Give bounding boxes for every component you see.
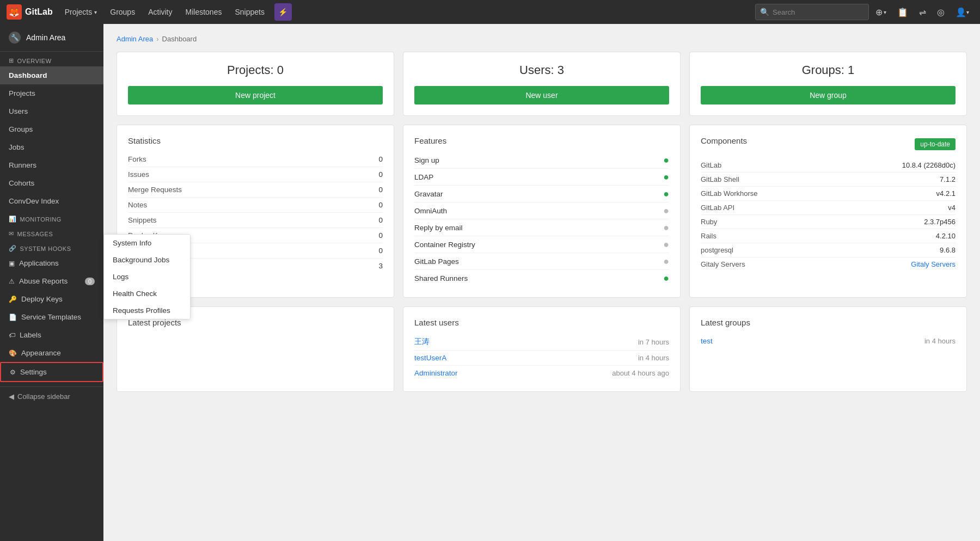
dropdown-item-logs[interactable]: Logs [104,268,190,285]
merge-request-button[interactable]: ⇌ [915,0,930,24]
sidebar-item-service-templates[interactable]: 📄 Service Templates [0,308,103,326]
component-row: GitLab Shell7.1.2 [701,173,955,187]
sidebar-item-dashboard[interactable]: Dashboard [0,66,103,84]
sidebar-admin-header: 🔧 Admin Area [0,24,103,52]
nav-groups[interactable]: Groups [105,0,140,24]
stat-value: 0 [378,170,383,179]
collapse-sidebar-button[interactable]: ◀ Collapse sidebar [0,386,103,406]
feature-row: Gravatar● [414,186,669,202]
breadcrumb-parent[interactable]: Admin Area [117,35,153,43]
feature-label: LDAP [414,173,433,181]
top-stats-cards: Projects: 0 New project Users: 3 New use… [117,52,967,116]
stat-row: Merge Requests0 [128,182,383,198]
gitlab-logo[interactable]: 🦊 GitLab [7,4,53,20]
stat-row: Forks0 [128,152,383,167]
user-chevron-icon: ▾ [966,9,969,15]
features-card: Features Sign up●LDAP●Gravatar●OmniAuth●… [403,125,681,298]
dropdown-item-requests-profiles[interactable]: Requests Profiles [104,302,190,319]
stat-row: Notes0 [128,198,383,213]
stat-value: 0 [378,155,383,163]
components-header: Components up-to-date [701,136,955,152]
sidebar-item-groups[interactable]: Groups [0,120,103,138]
feature-status-dot: ● [663,256,669,266]
search-bar[interactable]: 🔍 [755,4,869,20]
app-icon: ▣ [9,260,15,267]
sidebar-item-deploy-keys[interactable]: 🔑 Deploy Keys [0,290,103,308]
issue-button[interactable]: ◎ [933,0,949,24]
feature-row: Container Registry● [414,236,669,253]
merge-request-icon: ⇌ [919,7,926,17]
monitoring-dropdown: System Info Background Jobs Logs Health … [103,234,191,319]
new-group-button[interactable]: New group [701,86,955,104]
new-user-button[interactable]: New user [414,86,669,104]
todo-button[interactable]: 📋 [893,0,912,24]
sidebar-item-projects[interactable]: Projects [0,84,103,102]
components-card: Components up-to-date GitLab10.8.4 (2268… [689,125,967,298]
nav-milestones[interactable]: Milestones [180,0,228,24]
sidebar-item-applications[interactable]: ▣ Applications [0,254,103,272]
nav-projects[interactable]: Projects ▾ [59,0,103,24]
group-link[interactable]: test [701,337,713,345]
projects-count: Projects: 0 [128,63,383,77]
sidebar-item-jobs[interactable]: Jobs [0,138,103,156]
key-icon: 🔑 [9,296,17,303]
template-icon: 📄 [9,313,17,321]
feature-row: Reply by email● [414,219,669,236]
todo-icon: 📋 [897,7,908,17]
component-row: Rails4.2.10 [701,229,955,243]
new-project-button[interactable]: New project [128,86,383,104]
sidebar-item-labels[interactable]: 🏷 Labels [0,326,103,344]
statistics-title: Statistics [128,136,383,145]
latest-users-card: Latest users 王涛in 7 hourstestUserAin 4 h… [403,306,681,392]
sidebar-item-cohorts[interactable]: Cohorts [0,174,103,192]
nav-activity[interactable]: Activity [143,0,177,24]
user-link[interactable]: 王涛 [414,337,430,347]
dropdown-item-background-jobs[interactable]: Background Jobs [104,251,190,268]
feature-status-dot: ● [663,189,669,199]
fasttrack-button[interactable]: ⚡ [274,3,292,21]
component-name: Ruby [701,218,717,226]
sidebar-item-convdev[interactable]: ConvDev Index [0,192,103,210]
sidebar-item-appearance[interactable]: 🎨 Appearance [0,344,103,362]
group-time: in 4 hours [924,337,955,345]
user-avatar[interactable]: 👤 ▾ [951,0,973,24]
stat-value: 0 [378,216,383,224]
sidebar-item-runners[interactable]: Runners [0,156,103,174]
gitaly-servers-link[interactable]: Gitaly Servers [911,260,955,268]
nav-snippets[interactable]: Snippets [229,0,270,24]
user-time: in 4 hours [638,354,669,362]
hook-icon: 🔗 [9,245,17,252]
dropdown-item-health-check[interactable]: Health Check [104,285,190,302]
user-link[interactable]: testUserA [414,354,446,362]
message-icon: ✉ [9,230,14,237]
feature-row: Sign up● [414,152,669,169]
plus-button[interactable]: ⊕ ▾ [871,0,891,24]
plus-chevron-icon: ▾ [884,9,886,15]
dropdown-item-system-info[interactable]: System Info [104,235,190,251]
component-name: GitLab [701,161,721,169]
user-icon: 👤 [955,7,966,17]
components-title: Components [701,136,747,145]
users-card: Users: 3 New user [403,52,681,116]
stat-row: Snippets0 [128,213,383,228]
search-icon: 🔍 [760,8,769,16]
component-name: GitLab Shell [701,175,739,183]
sidebar-item-abuse-reports[interactable]: ⚠ Abuse Reports 0 [0,272,103,290]
component-name: GitLab Workhorse [701,189,758,198]
sidebar-section-monitoring: 📊 Monitoring [0,210,103,225]
stat-value: 3 [378,262,383,270]
groups-card: Groups: 1 New group [689,52,967,116]
main-content: Admin Area › Dashboard Projects: 0 New p… [103,24,980,541]
search-input[interactable] [773,8,864,16]
gitlab-wordmark: GitLab [25,7,53,17]
stat-label: Snippets [128,216,157,224]
sidebar: 🔧 Admin Area ⊞ Overview Dashboard Projec… [0,24,103,541]
sidebar-item-settings[interactable]: ⚙ Settings [0,362,103,382]
feature-row: OmniAuth● [414,202,669,219]
component-version: 10.8.4 (2268d0c) [902,161,955,169]
sidebar-item-users[interactable]: Users [0,102,103,120]
user-time: about 4 hours ago [612,369,669,377]
stat-label: Merge Requests [128,186,182,194]
user-link[interactable]: Administrator [414,369,458,377]
feature-status-dot: ● [663,239,669,249]
